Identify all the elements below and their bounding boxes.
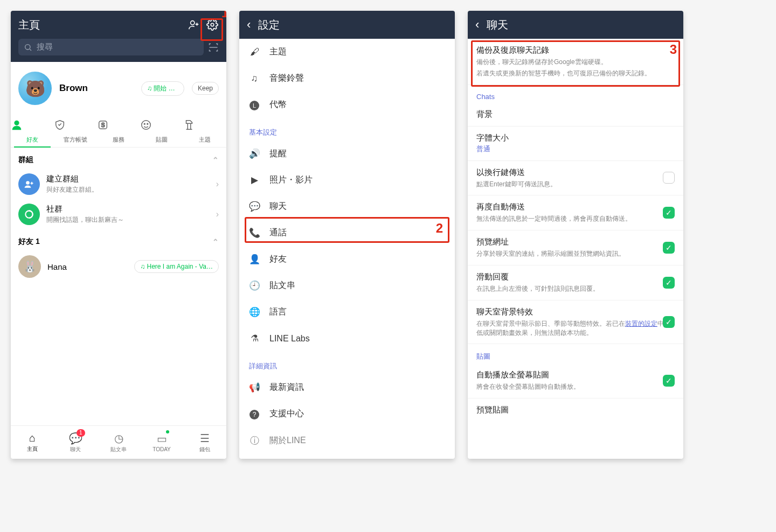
settings-screen: ‹ 設定 🖌主題 ♫音樂鈴聲 L代幣 基本設定 🔊提醒 ▶照片・影片 💬聊天 📞… [239,11,455,459]
wallet-icon: ☰ [200,432,210,445]
svg-point-2 [25,44,30,49]
settings-ringtone[interactable]: ♫音樂鈴聲 [239,65,455,92]
notification-dot [166,430,169,433]
bottom-nav: ⌂ 主頁 💬 1 聊天 ◷ 貼文串 ▭ TODAY ☰ 錢包 [11,425,226,459]
effect-toggle[interactable]: ✓ [663,316,675,328]
chats-section-header: Chats [468,85,683,103]
settings-timeline[interactable]: 🕘貼文串 [239,272,455,299]
flask-icon: ⚗ [249,333,260,344]
search-bar: 搜尋 [11,39,226,62]
backup-restore-row[interactable]: 備份及復原聊天記錄 備份後，聊天記錄將儲存於Google雲端硬碟。 若遺失或更換… [468,39,683,85]
profile-name: Brown [59,83,134,94]
svg-point-6 [142,121,151,130]
enter-send-row[interactable]: 以換行鍵傳送 點選Enter鍵即可傳送訊息。 [468,161,683,196]
keep-button[interactable]: Keep [192,82,219,95]
profile-row[interactable]: 🐻 Brown ♫ 開始 B… Keep [11,62,226,115]
profile-music-pill[interactable]: ♫ 開始 B… [141,81,184,96]
qr-scan-icon[interactable] [208,42,219,53]
preview-toggle[interactable]: ✓ [663,242,675,254]
home-icon: ⌂ [29,432,36,444]
tab-services[interactable]: S 服務 [97,115,140,147]
friend-row-hana[interactable]: 🐰 Hana ♫ Here I am Again - Va… [11,251,226,282]
settings-title: 設定 [258,18,447,32]
chevron-right-icon: › [216,179,219,189]
background-row[interactable]: 背景 [468,103,683,127]
settings-notify[interactable]: 🔊提醒 [239,141,455,167]
megaphone-icon: 📢 [249,382,260,393]
search-input[interactable]: 搜尋 [18,39,204,55]
chatbubble-icon: 💬 [249,201,260,212]
device-settings-link[interactable]: 裝置的設定 [625,320,657,327]
community-row[interactable]: 社群 開團找話題，聊出新麻吉～ › [11,199,226,229]
resend-toggle[interactable]: ✓ [663,207,675,219]
preview-sticker-row[interactable]: 預覽貼圖 [468,398,683,422]
svg-point-0 [191,21,195,25]
preview-url-row[interactable]: 預覽網址 分享於聊天室的連結，將顯示縮圖並預覽網站資訊。 ✓ [468,230,683,265]
svg-point-3 [14,121,19,125]
settings-coin[interactable]: L代幣 [239,92,455,118]
chat-badge: 1 [77,429,85,437]
nav-chat[interactable]: 💬 1 聊天 [54,426,97,459]
settings-chat[interactable]: 💬聊天 [239,193,455,220]
clock-icon: 🕘 [249,280,260,291]
nav-timeline[interactable]: ◷ 貼文串 [97,426,140,459]
chat-settings-title: 聊天 [487,18,676,32]
theme-icon [183,119,226,132]
back-icon[interactable]: ‹ [247,18,251,32]
settings-theme[interactable]: 🖌主題 [239,39,455,65]
resend-row[interactable]: 再度自動傳送 無法傳送的訊息於一定時間過後，將會再度自動傳送。 ✓ [468,195,683,230]
groups-header[interactable]: 群組 ⌃ [11,148,226,169]
svg-point-7 [144,123,145,124]
nav-wallet[interactable]: ☰ 錢包 [183,426,226,459]
friend-avatar: 🐰 [18,255,41,278]
chevron-up-icon: ⌃ [212,156,219,164]
friends-header[interactable]: 好友 1 ⌃ [11,229,226,251]
settings-friends[interactable]: 👤好友 [239,246,455,272]
settings-news[interactable]: 📢最新資訊 [239,374,455,401]
settings-about[interactable]: ⓘ關於LINE [239,427,455,454]
music-icon: ♫ [249,73,260,84]
shield-icon [54,119,97,132]
photo-icon: ▶ [249,174,260,186]
tab-stickers[interactable]: 貼圖 [140,115,183,147]
settings-support[interactable]: ?支援中心 [239,401,455,427]
nav-today[interactable]: ▭ TODAY [140,426,183,459]
tab-official[interactable]: 官方帳號 [54,115,97,147]
add-friend-icon[interactable] [188,18,200,31]
settings-language[interactable]: 🌐語言 [239,299,455,325]
chevron-right-icon: › [216,209,219,219]
auto-fullscreen-sticker-row[interactable]: 自動播放全螢幕貼圖 將會在收發全螢幕貼圖時自動播放。 ✓ [468,363,683,398]
enter-send-toggle[interactable] [663,172,675,184]
bell-icon: 🔊 [249,148,260,159]
nav-home[interactable]: ⌂ 主頁 [11,426,54,459]
group-add-icon [18,173,40,195]
fontsize-row[interactable]: 字體大小 普通 [468,127,683,161]
swipe-toggle[interactable]: ✓ [663,277,675,289]
friend-music-pill[interactable]: ♫ Here I am Again - Va… [134,260,219,273]
tab-friends[interactable]: 好友 [11,115,54,147]
service-icon: S [97,119,140,132]
auto-sticker-toggle[interactable]: ✓ [663,375,675,387]
friends-icon [11,119,54,132]
profile-avatar: 🐻 [18,72,52,105]
settings-calls[interactable]: 📞通話 [239,220,455,246]
help-icon: ? [249,409,260,419]
swipe-reply-row[interactable]: 滑動回覆 在訊息上向左滑後，可針對該則訊息回覆。 ✓ [468,265,683,300]
create-group-row[interactable]: 建立群組 與好友建立群組。 › [11,169,226,199]
chat-settings-screen: ‹ 聊天 備份及復原聊天記錄 備份後，聊天記錄將儲存於Google雲端硬碟。 若… [468,11,683,459]
settings-labs[interactable]: ⚗LINE Labs [239,325,455,352]
svg-point-1 [211,23,214,26]
smile-icon [140,119,183,132]
settings-photos[interactable]: ▶照片・影片 [239,167,455,193]
bg-effect-row[interactable]: 聊天室背景特效 在聊天室背景中顯示節日、季節等動態特效。若已在裝置的設定中降低或… [468,300,683,345]
basic-settings-header: 基本設定 [239,118,455,141]
svg-text:S: S [101,122,105,128]
home-title: 主頁 [18,18,182,32]
timeline-icon: ◷ [114,432,123,445]
chat-settings-list: 備份及復原聊天記錄 備份後，聊天記錄將儲存於Google雲端硬碟。 若遺失或更換… [468,39,683,459]
back-icon[interactable]: ‹ [475,18,479,32]
news-icon: ▭ [157,432,167,445]
tab-themes[interactable]: 主題 [183,115,226,147]
bg-effect-sub: 在聊天室背景中顯示節日、季節等動態特效。若已在裝置的設定中降低或關閉動畫效果，則… [476,319,675,338]
settings-gear-icon[interactable] [206,18,219,31]
